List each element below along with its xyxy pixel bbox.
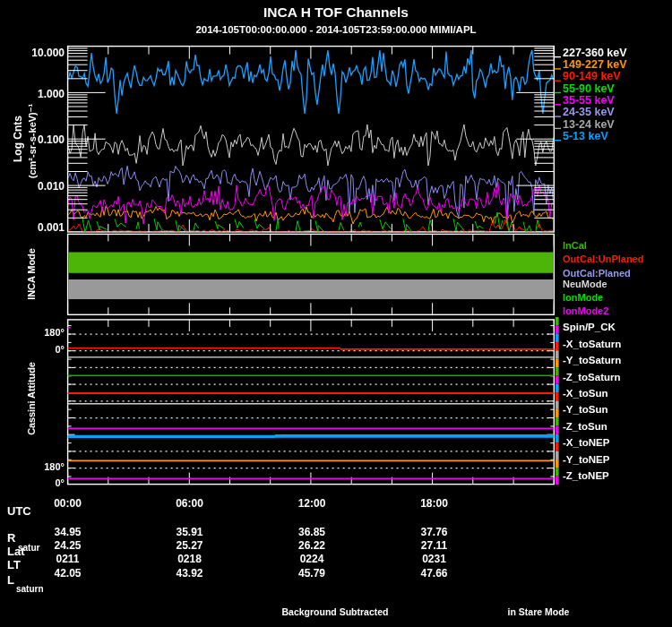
- svg-text:149-227 keV: 149-227 keV: [563, 58, 627, 71]
- svg-text:12:00: 12:00: [298, 497, 326, 510]
- svg-text:Spin/P_CK: Spin/P_CK: [563, 322, 616, 332]
- svg-text:47.66: 47.66: [420, 567, 447, 580]
- svg-text:0.010: 0.010: [38, 180, 65, 193]
- svg-text:InCal: InCal: [563, 240, 587, 251]
- svg-text:13-24 keV: 13-24 keV: [563, 118, 615, 131]
- svg-text:-Y_toSaturn: -Y_toSaturn: [563, 355, 621, 365]
- svg-text:35-55 keV: 35-55 keV: [563, 94, 615, 107]
- svg-text:-Z_toNEP: -Z_toNEP: [563, 470, 609, 481]
- svg-text:180°: 180°: [44, 461, 65, 472]
- svg-text:Cassini Attitude: Cassini Attitude: [26, 362, 37, 435]
- svg-text:in Stare Mode: in Stare Mode: [508, 606, 570, 617]
- svg-text:1.000: 1.000: [38, 88, 65, 100]
- svg-text:0224: 0224: [300, 553, 324, 565]
- svg-text:0.100: 0.100: [38, 133, 65, 146]
- svg-text:INCA Mode: INCA Mode: [26, 248, 37, 299]
- svg-text:-Y_toNEP: -Y_toNEP: [563, 454, 610, 465]
- svg-text:Background Subtracted: Background Subtracted: [281, 606, 388, 617]
- svg-text:90-149 keV: 90-149 keV: [563, 70, 621, 82]
- svg-text:IonMode: IonMode: [563, 292, 603, 303]
- svg-text:0211: 0211: [56, 553, 79, 565]
- svg-text:227-360 keV: 227-360 keV: [563, 47, 627, 59]
- svg-text:R: R: [7, 531, 16, 545]
- svg-text:INCA H TOF Channels: INCA H TOF Channels: [263, 4, 409, 20]
- svg-text:OutCal:UnPlaned: OutCal:UnPlaned: [563, 253, 643, 264]
- svg-text:06:00: 06:00: [176, 497, 203, 510]
- svg-text:42.05: 42.05: [54, 567, 81, 580]
- svg-text:18:00: 18:00: [420, 497, 448, 510]
- svg-text:5-13 keV: 5-13 keV: [563, 130, 608, 142]
- svg-text:45.79: 45.79: [298, 567, 325, 580]
- svg-text:35.91: 35.91: [176, 526, 202, 538]
- svg-text:24.25: 24.25: [54, 539, 81, 552]
- svg-text:-Z_toSun: -Z_toSun: [563, 421, 607, 432]
- svg-text:0231: 0231: [422, 553, 446, 565]
- svg-text:saturn: saturn: [16, 584, 44, 594]
- svg-text:-X_toNEP: -X_toNEP: [563, 437, 610, 448]
- svg-text:OutCal:Planed: OutCal:Planed: [563, 268, 631, 279]
- svg-text:UTC: UTC: [7, 504, 31, 518]
- svg-text:43.92: 43.92: [176, 567, 202, 580]
- svg-text:-X_toSaturn: -X_toSaturn: [563, 339, 621, 349]
- svg-text:NeuMode: NeuMode: [563, 279, 607, 289]
- svg-text:34.95: 34.95: [54, 526, 81, 538]
- svg-text:0218: 0218: [177, 553, 202, 565]
- svg-text:00:00: 00:00: [54, 497, 82, 510]
- svg-text:36.85: 36.85: [298, 526, 325, 538]
- svg-text:24-35 keV: 24-35 keV: [563, 106, 615, 118]
- svg-text:26.22: 26.22: [298, 539, 325, 552]
- svg-text:0.001: 0.001: [38, 221, 65, 234]
- svg-text:55-90 keV: 55-90 keV: [563, 82, 615, 95]
- svg-text:Log Cnts: Log Cnts: [12, 116, 24, 162]
- svg-text:0°: 0°: [55, 344, 65, 355]
- svg-text:27.11: 27.11: [421, 539, 448, 552]
- svg-text:25.27: 25.27: [176, 539, 202, 552]
- svg-text:-Y_toSun: -Y_toSun: [563, 404, 607, 415]
- svg-text:0°: 0°: [55, 477, 65, 488]
- svg-text:Lat: Lat: [7, 545, 25, 558]
- svg-text:L: L: [7, 573, 14, 587]
- svg-text:-X_toSun: -X_toSun: [563, 388, 607, 399]
- svg-text:37.76: 37.76: [420, 526, 447, 538]
- svg-text:LT: LT: [7, 558, 21, 571]
- svg-text:IonMode2: IonMode2: [563, 305, 608, 316]
- svg-text:10.000: 10.000: [31, 47, 65, 59]
- svg-text:180°: 180°: [44, 327, 65, 338]
- svg-text:2014-105T00:00:00.000 - 2014-1: 2014-105T00:00:00.000 - 2014-105T23:59:0…: [195, 24, 476, 35]
- svg-text:-Z_toSaturn: -Z_toSaturn: [563, 372, 621, 382]
- svg-text:(cm²-sr-s-keV)⁻¹: (cm²-sr-s-keV)⁻¹: [27, 103, 38, 178]
